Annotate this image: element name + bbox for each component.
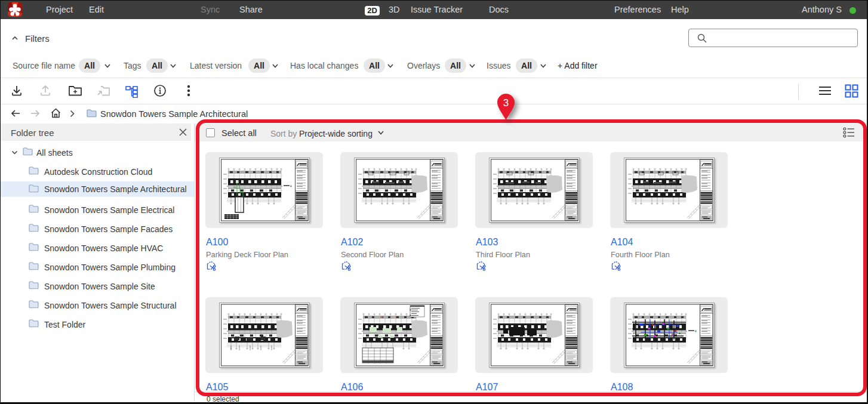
svg-text:3: 3	[503, 97, 509, 109]
